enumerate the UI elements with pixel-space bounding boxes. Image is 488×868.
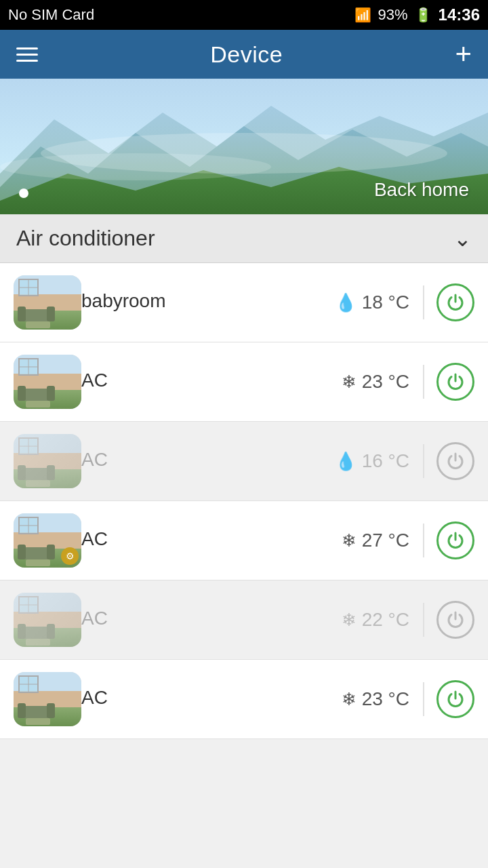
device-item[interactable]: AC ❄ 23 °C: [0, 342, 488, 422]
back-home-label[interactable]: Back home: [374, 179, 469, 201]
status-bar: No SIM Card 📶 93% 🔋 14:36: [0, 0, 488, 30]
temp-value: 16 °C: [362, 450, 409, 472]
temp-mode-icon: ❄: [342, 530, 357, 551]
device-temp-display: 💧 16 °C: [335, 450, 423, 472]
svg-rect-45: [26, 639, 50, 646]
device-item[interactable]: AC ❄ 23 °C: [0, 660, 488, 739]
section-header[interactable]: Air conditioner ⌄: [0, 214, 488, 263]
svg-rect-27: [18, 465, 26, 480]
svg-rect-20: [47, 386, 55, 401]
device-item[interactable]: AC ❄ 22 °C: [0, 580, 488, 660]
device-controls: [423, 442, 474, 480]
divider: [423, 285, 424, 319]
svg-rect-52: [47, 703, 55, 718]
svg-rect-37: [26, 559, 50, 566]
svg-rect-44: [47, 624, 55, 639]
svg-rect-35: [18, 545, 26, 559]
divider: [423, 365, 424, 399]
hero-banner: Back home: [0, 79, 488, 214]
section-title: Air conditioner: [16, 226, 155, 251]
menu-button[interactable]: [16, 47, 38, 62]
device-item[interactable]: ⚙ AC ❄ 27 °C: [0, 501, 488, 580]
app-header: Device +: [0, 30, 488, 79]
carrier-label: No SIM Card: [8, 6, 94, 24]
divider: [423, 603, 424, 637]
svg-rect-53: [26, 718, 50, 725]
device-thumbnail: [14, 434, 81, 488]
battery-label: 93%: [378, 6, 408, 24]
temp-value: 18 °C: [362, 292, 409, 313]
device-name-label: AC: [81, 608, 108, 629]
device-controls: [423, 680, 474, 718]
temp-value: 23 °C: [362, 371, 409, 393]
time-label: 14:36: [439, 5, 480, 24]
power-button[interactable]: [436, 283, 474, 321]
svg-rect-21: [26, 401, 50, 408]
battery-icon: 🔋: [415, 7, 432, 23]
device-thumbnail: ⚙: [14, 513, 81, 568]
status-bar-right: 📶 93% 🔋 14:36: [354, 5, 480, 24]
device-controls: [423, 363, 474, 401]
svg-rect-13: [26, 321, 50, 328]
device-name-label: AC: [81, 370, 108, 391]
temp-mode-icon: 💧: [335, 451, 357, 472]
divider: [423, 682, 424, 716]
svg-point-5: [0, 153, 271, 180]
temp-mode-icon: ❄: [342, 610, 357, 631]
device-item[interactable]: babyroom 💧 18 °C: [0, 263, 488, 342]
svg-rect-12: [47, 307, 55, 321]
svg-rect-43: [18, 624, 26, 639]
device-thumbnail: [14, 355, 81, 409]
temp-mode-icon: 💧: [335, 292, 357, 313]
device-name-label: AC: [81, 449, 108, 471]
device-temp-display: ❄ 22 °C: [342, 609, 423, 631]
device-item[interactable]: AC 💧 16 °C: [0, 422, 488, 501]
power-button[interactable]: [436, 601, 474, 639]
power-button[interactable]: [436, 521, 474, 559]
device-controls: [423, 283, 474, 321]
hero-indicator-dot: [19, 189, 28, 198]
temp-value: 27 °C: [362, 530, 409, 551]
power-button[interactable]: [436, 442, 474, 480]
device-name-label: AC: [81, 687, 108, 709]
svg-rect-29: [26, 480, 50, 487]
divider: [423, 524, 424, 557]
svg-rect-19: [18, 386, 26, 401]
page-title: Device: [210, 41, 283, 68]
device-temp-display: ❄ 27 °C: [342, 530, 423, 551]
temp-value: 22 °C: [362, 609, 409, 631]
device-name-label: AC: [81, 528, 108, 550]
device-list: babyroom 💧 18 °C: [0, 263, 488, 739]
device-thumbnail: [14, 275, 81, 330]
device-temp-display: 💧 18 °C: [335, 292, 423, 313]
power-button[interactable]: [436, 363, 474, 401]
svg-rect-36: [47, 545, 55, 559]
temp-value: 23 °C: [362, 688, 409, 710]
device-temp-display: ❄ 23 °C: [342, 371, 423, 393]
device-thumbnail: [14, 672, 81, 726]
device-temp-display: ❄ 23 °C: [342, 688, 423, 710]
device-thumbnail: [14, 593, 81, 647]
temp-mode-icon: ❄: [342, 689, 357, 710]
power-button[interactable]: [436, 680, 474, 718]
device-controls: [423, 601, 474, 639]
device-name-label: babyroom: [81, 290, 166, 312]
svg-rect-28: [47, 465, 55, 480]
svg-rect-11: [18, 307, 26, 321]
temp-mode-icon: ❄: [342, 372, 357, 393]
badge-icon: ⚙: [61, 547, 79, 565]
wifi-icon: 📶: [354, 7, 371, 23]
device-controls: [423, 521, 474, 559]
divider: [423, 444, 424, 478]
chevron-down-icon[interactable]: ⌄: [453, 226, 472, 252]
add-device-button[interactable]: +: [455, 40, 472, 68]
svg-rect-51: [18, 703, 26, 718]
